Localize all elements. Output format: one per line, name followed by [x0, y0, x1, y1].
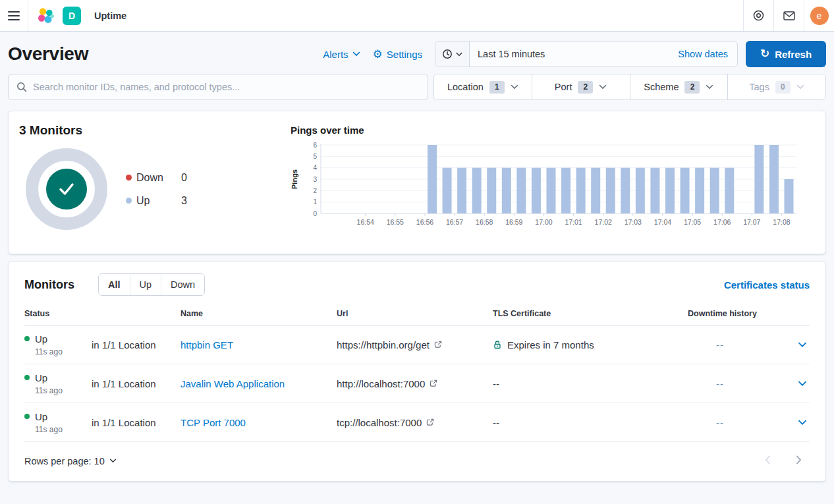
monitor-url: http://localhost:7000 [337, 378, 425, 389]
tab-up[interactable]: Up [130, 274, 162, 295]
rows-per-page-button[interactable]: Rows per page: 10 [24, 456, 117, 466]
previous-page-button[interactable] [764, 454, 772, 468]
legend-item: Up3 [126, 195, 187, 207]
column-header-downtime: Downtime history [688, 309, 783, 318]
svg-text:16:54: 16:54 [357, 218, 374, 226]
monitor-location: in 1/1 Location [92, 339, 181, 350]
date-range-value[interactable]: Last 15 minutes [470, 49, 669, 59]
tab-down[interactable]: Down [161, 274, 204, 295]
svg-text:3: 3 [313, 176, 317, 183]
monitor-status-filter-group: AllUpDown [98, 273, 205, 296]
tab-all[interactable]: All [99, 274, 130, 295]
chevron-left-icon [765, 455, 771, 464]
column-header-tls: TLS Certificate [493, 309, 688, 318]
chevron-down-icon [798, 381, 807, 387]
alerts-dropdown-button[interactable]: Alerts [323, 49, 360, 60]
svg-text:16:59: 16:59 [505, 218, 522, 226]
user-avatar[interactable]: e [810, 7, 829, 25]
legend-value: 3 [181, 195, 187, 207]
refresh-icon: ↻ [760, 48, 769, 59]
chevron-right-icon [796, 455, 802, 464]
filter-label: Port [555, 82, 572, 92]
monitor-url: tcp://localhost:7000 [337, 417, 422, 428]
show-dates-button[interactable]: Show dates [669, 49, 737, 59]
pings-chart-title: Pings over time [291, 125, 815, 136]
refresh-label: Refresh [775, 49, 812, 60]
help-button[interactable] [745, 0, 773, 31]
svg-text:17:06: 17:06 [713, 218, 731, 226]
search-input[interactable] [33, 82, 420, 92]
chevron-down-icon [511, 84, 518, 90]
check-icon [57, 181, 76, 198]
monitor-name-link[interactable]: Javalin Web Application [181, 378, 337, 389]
donut-center [46, 169, 87, 210]
menu-button[interactable] [0, 0, 28, 31]
quick-select-date-button[interactable] [435, 42, 470, 67]
monitor-name-link[interactable]: TCP Port 7000 [181, 417, 337, 428]
monitor-url-link[interactable]: https://httpbin.org/get [337, 339, 493, 350]
tls-text: -- [493, 417, 499, 428]
status-donut-chart [26, 148, 107, 230]
elastic-logo-icon [36, 7, 55, 25]
filter-scheme[interactable]: Scheme2 [630, 74, 728, 99]
deployment-badge[interactable]: D [63, 7, 81, 25]
search-box [8, 74, 428, 100]
lock-icon [493, 340, 502, 350]
svg-text:17:07: 17:07 [743, 218, 760, 226]
downtime-history-value: -- [688, 339, 783, 350]
mail-icon [783, 11, 795, 20]
svg-text:16:57: 16:57 [446, 218, 463, 226]
svg-text:17:08: 17:08 [773, 218, 790, 226]
tls-certificate-status: -- [493, 417, 688, 428]
certificates-status-link[interactable]: Certificates status [724, 279, 810, 291]
svg-text:6: 6 [313, 142, 317, 149]
settings-button[interactable]: ⚙ Settings [373, 49, 422, 60]
filter-count-badge: 2 [578, 81, 593, 94]
newsfeed-button[interactable] [775, 0, 803, 31]
filter-label: Location [447, 82, 484, 92]
status-timestamp: 11s ago [35, 347, 92, 356]
svg-text:17:02: 17:02 [595, 218, 612, 226]
page-title: Overview [8, 43, 88, 65]
pings-over-time-chart: 012345616:5416:5516:5616:5716:5816:5917:… [291, 137, 804, 235]
status-timestamp: 11s ago [35, 386, 92, 395]
filter-location[interactable]: Location1 [434, 74, 532, 99]
table-row: Up11s agoin 1/1 LocationTCP Port 7000tcp… [24, 403, 810, 442]
expand-row-button[interactable] [795, 336, 810, 354]
monitors-table-body: Up11s agoin 1/1 Locationhttpbin GEThttps… [24, 325, 810, 442]
monitor-location: in 1/1 Location [92, 378, 181, 389]
filter-port[interactable]: Port2 [532, 74, 630, 99]
refresh-button[interactable]: ↻ Refresh [746, 41, 826, 67]
tls-certificate-status: Expires in 7 months [493, 339, 688, 350]
monitor-name-link[interactable]: httpbin GET [181, 339, 337, 350]
svg-text:5: 5 [313, 153, 317, 160]
chevron-down-icon [798, 342, 807, 348]
status-up-indicator [24, 336, 30, 341]
filter-count-badge: 1 [489, 81, 505, 94]
monitor-url-link[interactable]: http://localhost:7000 [337, 378, 493, 389]
status-label: Up [35, 333, 47, 345]
filter-group: Location1Port2Scheme2Tags0 [433, 74, 826, 100]
monitor-url-link[interactable]: tcp://localhost:7000 [337, 417, 493, 428]
svg-text:Pings: Pings [291, 169, 298, 189]
svg-text:17:04: 17:04 [654, 218, 671, 226]
next-page-button[interactable] [794, 454, 803, 468]
legend-item: Down0 [126, 172, 187, 184]
expand-row-button[interactable] [795, 375, 810, 393]
legend-label: Down [136, 172, 181, 184]
svg-text:17:03: 17:03 [625, 218, 642, 226]
filter-count-badge: 2 [684, 81, 700, 94]
elastic-logo[interactable] [36, 7, 55, 25]
snapshot-panel: 3 Monitors Down0Up3 Pings over time 0123… [8, 111, 826, 254]
expand-row-button[interactable] [795, 414, 810, 432]
external-link-icon [434, 341, 442, 349]
external-link-icon [430, 379, 437, 387]
pagination [764, 454, 810, 468]
status-up-indicator [24, 414, 30, 419]
page-header: Overview Alerts ⚙ Settings [8, 32, 826, 74]
external-link-icon [426, 418, 434, 426]
date-picker: Last 15 minutes Show dates [435, 41, 738, 67]
settings-label: Settings [387, 49, 422, 60]
chevron-down-icon [798, 420, 807, 426]
search-icon [16, 82, 27, 92]
